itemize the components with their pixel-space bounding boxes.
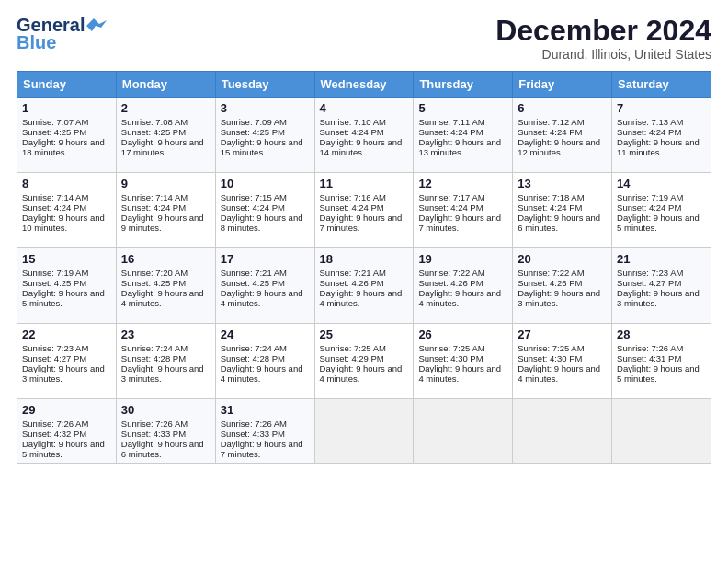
table-row: 1Sunrise: 7:07 AMSunset: 4:25 PMDaylight… [17, 98, 117, 173]
table-row: 6Sunrise: 7:12 AMSunset: 4:24 PMDaylight… [513, 98, 612, 173]
table-row: 14Sunrise: 7:19 AMSunset: 4:24 PMDayligh… [612, 173, 711, 248]
header-row: Sunday Monday Tuesday Wednesday Thursday… [17, 72, 711, 98]
table-row: 24Sunrise: 7:24 AMSunset: 4:28 PMDayligh… [215, 324, 314, 399]
table-row: 20Sunrise: 7:22 AMSunset: 4:26 PMDayligh… [513, 248, 612, 324]
table-row: 30Sunrise: 7:26 AMSunset: 4:33 PMDayligh… [116, 399, 215, 464]
table-row: 9Sunrise: 7:14 AMSunset: 4:24 PMDaylight… [116, 173, 215, 248]
calendar-table: Sunday Monday Tuesday Wednesday Thursday… [17, 71, 711, 464]
table-row: 10Sunrise: 7:15 AMSunset: 4:24 PMDayligh… [215, 173, 314, 248]
table-row: 11Sunrise: 7:16 AMSunset: 4:24 PMDayligh… [314, 173, 414, 248]
table-row: 3Sunrise: 7:09 AMSunset: 4:25 PMDaylight… [215, 98, 314, 173]
table-row: 2Sunrise: 7:08 AMSunset: 4:25 PMDaylight… [116, 98, 215, 173]
table-row: 13Sunrise: 7:18 AMSunset: 4:24 PMDayligh… [513, 173, 612, 248]
col-thursday: Thursday [414, 72, 513, 98]
table-row: 18Sunrise: 7:21 AMSunset: 4:26 PMDayligh… [314, 248, 414, 324]
table-row: 8Sunrise: 7:14 AMSunset: 4:24 PMDaylight… [17, 173, 117, 248]
table-row: 28Sunrise: 7:26 AMSunset: 4:31 PMDayligh… [612, 324, 711, 399]
title-area: December 2024 Durand, Illinois, United S… [495, 15, 711, 62]
logo-bird-icon [86, 18, 107, 33]
svg-marker-0 [86, 18, 107, 31]
table-row: 16Sunrise: 7:20 AMSunset: 4:25 PMDayligh… [116, 248, 215, 324]
table-row: 5Sunrise: 7:11 AMSunset: 4:24 PMDaylight… [414, 98, 513, 173]
page-container: General Blue December 2024 Durand, Illin… [0, 0, 728, 473]
col-sunday: Sunday [17, 72, 117, 98]
table-row [513, 399, 612, 464]
table-row: 25Sunrise: 7:25 AMSunset: 4:29 PMDayligh… [314, 324, 414, 399]
table-row: 4Sunrise: 7:10 AMSunset: 4:24 PMDaylight… [314, 98, 414, 173]
table-row: 12Sunrise: 7:17 AMSunset: 4:24 PMDayligh… [414, 173, 513, 248]
table-row [314, 399, 414, 464]
col-wednesday: Wednesday [314, 72, 414, 98]
table-row [414, 399, 513, 464]
table-row: 31Sunrise: 7:26 AMSunset: 4:33 PMDayligh… [215, 399, 314, 464]
table-row [612, 399, 711, 464]
location: Durand, Illinois, United States [495, 47, 711, 62]
month-title: December 2024 [495, 15, 711, 47]
table-row: 19Sunrise: 7:22 AMSunset: 4:26 PMDayligh… [414, 248, 513, 324]
header: General Blue December 2024 Durand, Illin… [17, 15, 711, 62]
logo-blue: Blue [17, 32, 56, 53]
table-row: 15Sunrise: 7:19 AMSunset: 4:25 PMDayligh… [17, 248, 117, 324]
table-row: 27Sunrise: 7:25 AMSunset: 4:30 PMDayligh… [513, 324, 612, 399]
table-row: 17Sunrise: 7:21 AMSunset: 4:25 PMDayligh… [215, 248, 314, 324]
table-row: 7Sunrise: 7:13 AMSunset: 4:24 PMDaylight… [612, 98, 711, 173]
col-tuesday: Tuesday [215, 72, 314, 98]
table-row: 23Sunrise: 7:24 AMSunset: 4:28 PMDayligh… [116, 324, 215, 399]
table-row: 26Sunrise: 7:25 AMSunset: 4:30 PMDayligh… [414, 324, 513, 399]
table-row: 22Sunrise: 7:23 AMSunset: 4:27 PMDayligh… [17, 324, 117, 399]
col-saturday: Saturday [612, 72, 711, 98]
col-friday: Friday [513, 72, 612, 98]
logo: General Blue [17, 15, 107, 53]
col-monday: Monday [116, 72, 215, 98]
table-row: 21Sunrise: 7:23 AMSunset: 4:27 PMDayligh… [612, 248, 711, 324]
table-row: 29Sunrise: 7:26 AMSunset: 4:32 PMDayligh… [17, 399, 117, 464]
